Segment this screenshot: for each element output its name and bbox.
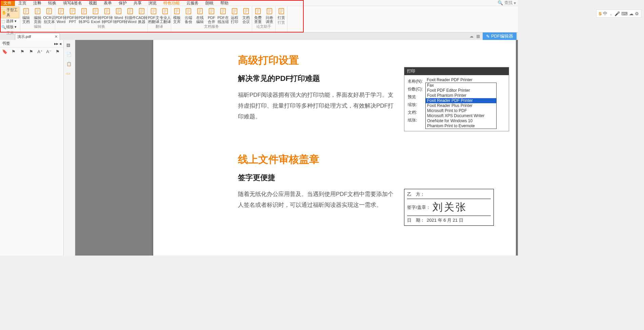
cloud-sync-icon[interactable]: ☁ [469, 34, 474, 39]
printer-option[interactable]: Phantom Print to Evernote [426, 124, 496, 129]
doc-icon [103, 7, 111, 15]
bookmark-flag2-icon[interactable]: ⚑ [20, 49, 25, 54]
doc-icon [173, 7, 181, 15]
ribbon-button[interactable]: 扫描件 转Word [124, 6, 136, 24]
printer-option[interactable]: Foxit Reader Plus Printer [426, 103, 496, 108]
page: 高级打印设置 解决常见的PDF打印难题 福昕PDF阅读器拥有强大的打印功能，界面… [153, 40, 516, 256]
zoom-tool[interactable]: 🔍缩放 ▾ [1, 24, 19, 30]
menu-file[interactable]: 文件 [0, 0, 15, 6]
doc-icon [138, 7, 145, 15]
bookmark-new-icon[interactable]: 🔖 [2, 49, 7, 54]
menu-browse[interactable]: 浏览 [145, 0, 160, 6]
ribbon-button[interactable]: PDF转 PPT [67, 6, 78, 24]
menu-cloud[interactable]: 云服务 [183, 0, 202, 6]
printer-dropdown-list[interactable]: FaxFoxit PDF Editor PrinterFoxit Phantom… [425, 83, 497, 129]
font-decrease-icon[interactable]: A⁻ [46, 49, 52, 54]
section1-title: 高级打印设置 [238, 53, 506, 67]
search-box[interactable]: 🔍 查找 ▾ [498, 0, 518, 6]
print-dialog: 打印 名称(N): 份数(C): 预览 缩放: 文档: 纸张: Foxit Re… [404, 67, 509, 131]
doc-icon [115, 7, 122, 15]
doc-icon [208, 7, 215, 15]
ribbon-button[interactable]: Word 转PDF [113, 6, 124, 24]
ribbon-button[interactable]: PDF转 Word [55, 6, 67, 24]
printer-select[interactable]: Foxit Reader PDF Printer [425, 77, 497, 83]
bookmark-flag4-icon[interactable]: ⚑ [55, 49, 60, 54]
printer-option[interactable]: Microsoft Print to PDF [426, 108, 496, 113]
document-viewport[interactable]: 高级打印设置 解决常见的PDF打印难题 福昕PDF阅读器拥有强大的打印功能，界面… [75, 40, 518, 256]
printer-option[interactable]: Fax [426, 83, 496, 88]
reward-group: 打赏 打赏 [276, 6, 287, 32]
ribbon-button[interactable]: 远程 打印 [229, 6, 240, 24]
bookmark-flag1-icon[interactable]: ⚑ [11, 49, 16, 54]
menu-home[interactable]: 主页 [15, 0, 30, 6]
font-increase-icon[interactable]: A⁺ [37, 49, 43, 54]
document-tab[interactable]: 演示.pdf ✕ [15, 33, 60, 40]
menu-help[interactable]: 帮助 [217, 0, 232, 6]
doc-icon [92, 7, 99, 15]
doc-service-group: 模板 文库云端 备份在线 编辑PDF 合并PDF在 线压缩远程 打印文档 会议 … [171, 6, 252, 32]
ribbon-button[interactable]: CAD转 换器 [136, 6, 147, 24]
doc-icon [266, 7, 273, 15]
doc-icon [22, 7, 30, 15]
bookmarks-panel: 书签 ▸▸ ◂ 🔖 ⚑ ⚑ ⚑ A⁺ A⁻ ⚑ [0, 40, 64, 256]
menu-bar: 文件 主页 注释 转换 填写&签名 视图 表单 保护 共享 浏览 特色功能 云服… [0, 0, 518, 6]
menu-protect[interactable]: 保护 [115, 0, 130, 6]
ribbon-button[interactable]: 编辑 页面 [32, 6, 43, 24]
doc-icon [45, 7, 53, 15]
search-icon: 🔍 [498, 0, 503, 5]
ribbon-button[interactable]: 问卷 调查 [264, 6, 275, 24]
ribbon-button[interactable]: PDF在 线压缩 [217, 6, 229, 24]
ribbon-button[interactable]: PDF转 转JPG [78, 6, 90, 24]
menu-features[interactable]: 特色功能 [160, 0, 183, 6]
menu-read[interactable]: 朗映 [202, 0, 217, 6]
ribbon-button[interactable]: 模板 文库 [171, 6, 183, 24]
hand-tool[interactable]: ✋手型工具 [1, 7, 19, 18]
search-dropdown-icon[interactable]: ▾ [514, 1, 516, 5]
bookmark-flag3-icon[interactable]: ⚑ [28, 49, 34, 54]
menu-comment[interactable]: 注释 [30, 0, 45, 6]
ribbon-button[interactable]: PDF 合并 [206, 6, 217, 24]
doc-icon [231, 7, 238, 15]
select-tool[interactable]: ⬚选择 ▾ [1, 18, 19, 24]
ribbon-button[interactable]: 文档 会议 [240, 6, 252, 24]
doc-icon [57, 7, 65, 15]
printer-option[interactable]: Foxit Phantom Printer [426, 93, 496, 98]
bookmark-tools: 🔖 ⚑ ⚑ ⚑ A⁺ A⁻ ⚑ [0, 47, 63, 56]
thumbnails-icon[interactable]: ▤ [66, 43, 73, 49]
menu-fillsign[interactable]: 填写&签名 [60, 0, 85, 6]
convert-group: PDF转 WordPDF转 PPTPDF转 转JPGPDF转 ExcelPDF转… [55, 6, 148, 32]
ribbon-button[interactable]: 编辑 文档 [20, 6, 32, 24]
section2-title: 线上文件审核盖章 [238, 153, 506, 167]
signature-name: 刘关张 [432, 200, 467, 214]
bookmarks-close-icon[interactable]: ◂ [59, 41, 61, 46]
printer-option[interactable]: OneNote for Windows 10 [426, 118, 496, 124]
ribbon-button[interactable]: 在线 编辑 [194, 6, 206, 24]
ribbon-button[interactable]: PDF转 转PDF [101, 6, 113, 24]
printer-option[interactable]: Microsoft XPS Document Writer [426, 113, 496, 118]
printer-option[interactable]: Foxit PDF Editor Printer [426, 88, 496, 93]
pdf-editor-button[interactable]: ✎ PDF编辑器 [483, 32, 517, 40]
menu-form[interactable]: 表单 [100, 0, 115, 6]
printer-option[interactable]: Foxit Reader PDF Printer [426, 98, 496, 103]
ribbon-button[interactable]: PDF转 Excel [90, 6, 101, 24]
clipboard-icon[interactable]: 📋 [66, 62, 73, 68]
zoom-icon: 🔍 [1, 25, 5, 29]
page-icon[interactable]: 📄 [66, 52, 73, 58]
bookmarks-collapse-icon[interactable]: ▸▸ [54, 41, 58, 46]
doc-icon [34, 7, 41, 15]
close-tab-icon[interactable]: ✕ [55, 35, 58, 39]
ribbon-button[interactable]: OCR识 别文本 [43, 6, 55, 24]
doc-icon [80, 7, 88, 15]
ribbon-button[interactable]: PDF文 档翻译 [148, 6, 159, 24]
grid-icon[interactable]: ▦ [476, 34, 480, 39]
tools-group-label: 工具 [1, 30, 19, 36]
menu-convert[interactable]: 转换 [45, 0, 60, 6]
ribbon-button[interactable]: 专业人 工翻译 [159, 6, 171, 24]
ribbon-button[interactable]: 免费 查重 [252, 6, 264, 24]
menu-share[interactable]: 共享 [130, 0, 145, 6]
ribbon-button[interactable]: 云端 备份 [183, 6, 194, 24]
menu-view[interactable]: 视图 [85, 0, 100, 6]
ribbon-button[interactable]: 打赏 [276, 6, 287, 20]
note-icon[interactable]: ▭ [66, 71, 73, 77]
side-rail: ▤ 📄 📋 ▭ [64, 40, 75, 256]
